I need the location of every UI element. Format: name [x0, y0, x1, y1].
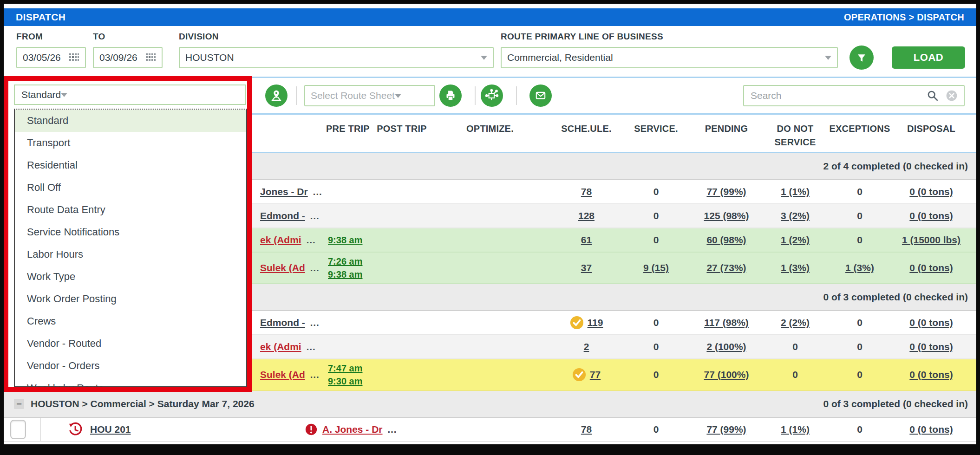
column-header[interactable]: EXCEPTIONS: [825, 115, 895, 152]
pending-count[interactable]: 77 (99%): [706, 424, 746, 435]
view-dropdown-option[interactable]: Service Notifications: [15, 221, 246, 243]
disposal-count[interactable]: 0 (0 tons): [909, 369, 953, 380]
column-header[interactable]: SCHE.ULE.: [548, 115, 625, 152]
chevron-down-icon: [481, 56, 487, 60]
division-value: HOUSTON: [185, 52, 481, 63]
scheduled-count[interactable]: 78: [581, 186, 592, 197]
chevron-down-icon: [395, 94, 401, 98]
pretrip-time-link[interactable]: 7:47 am: [328, 362, 363, 374]
column-header[interactable]: DISPOSAL: [895, 115, 968, 152]
view-select[interactable]: Standard: [14, 84, 246, 105]
scheduled-count[interactable]: 37: [581, 262, 592, 273]
driver-link[interactable]: Sulek (Ad: [260, 262, 305, 273]
service-count[interactable]: 9 (15): [643, 262, 669, 273]
column-header[interactable]: DO NOT SERVICE: [765, 115, 825, 152]
disposal-count[interactable]: 0 (0 tons): [909, 341, 953, 352]
disposal-count[interactable]: 0 (0 tons): [909, 186, 953, 197]
driver-link[interactable]: Jones - Dr: [260, 186, 308, 197]
do-not-service-count[interactable]: 1 (3%): [781, 262, 810, 273]
view-dropdown-option[interactable]: Route Data Entry: [15, 199, 246, 221]
pretrip-time-link[interactable]: 7:26 am: [328, 255, 363, 267]
email-button[interactable]: [529, 84, 552, 107]
search-icon[interactable]: [926, 89, 940, 103]
route-sheet-select[interactable]: Select Route Sheet: [304, 85, 435, 106]
do-not-service-count[interactable]: 1 (1%): [781, 424, 810, 435]
exceptions-count[interactable]: 1 (3%): [845, 262, 874, 273]
pending-count[interactable]: 60 (98%): [706, 234, 746, 246]
load-button[interactable]: LOAD: [892, 46, 965, 69]
pretrip-time-link[interactable]: 9:30 am: [328, 375, 363, 387]
filter-funnel-button[interactable]: [849, 46, 874, 70]
pretrip-time-link[interactable]: 9:38 am: [328, 234, 363, 246]
driver-link[interactable]: Sulek (Ad: [260, 369, 305, 380]
printer-icon: [443, 88, 458, 104]
driver-link[interactable]: ek (Admi: [260, 234, 301, 246]
exceptions-count: 0: [857, 424, 862, 435]
column-header[interactable]: PENDING: [687, 115, 765, 152]
pretrip-time-link[interactable]: 9:38 am: [328, 268, 363, 280]
scheduled-count[interactable]: 78: [581, 424, 592, 435]
view-dropdown-option[interactable]: Roll Off: [15, 176, 246, 199]
driver-link[interactable]: ek (Admi: [260, 341, 301, 352]
view-dropdown-option[interactable]: Labor Hours: [15, 243, 246, 266]
map-pin-button[interactable]: [265, 84, 287, 107]
exceptions-count: 0: [857, 369, 862, 380]
view-dropdown-option[interactable]: Work Type: [15, 266, 246, 288]
do-not-service-count[interactable]: 1 (2%): [781, 234, 810, 246]
pending-count[interactable]: 77 (100%): [704, 369, 749, 380]
from-date-input[interactable]: 03/05/26: [16, 47, 86, 68]
disposal-count[interactable]: 0 (0 tons): [909, 424, 953, 435]
pending-count[interactable]: 27 (73%): [706, 262, 746, 273]
group-header-row: −HOUSTON > Commercial > Saturday Mar 7, …: [4, 391, 976, 418]
route-map-button[interactable]: [481, 84, 503, 107]
collapse-icon[interactable]: −: [14, 399, 24, 409]
pending-count[interactable]: 77 (99%): [706, 186, 746, 197]
route-row[interactable]: HOU 201A. Jones - Dr…78077 (99%)1 (1%)00…: [4, 418, 976, 442]
view-dropdown-option[interactable]: Residential: [15, 154, 246, 176]
view-dropdown-option[interactable]: Vendor - Orders: [15, 355, 246, 377]
column-header[interactable]: SERVICE.: [625, 115, 687, 152]
do-not-service-count[interactable]: 1 (1%): [781, 186, 810, 197]
calendar-icon[interactable]: [68, 52, 79, 63]
page-title: DISPATCH: [16, 12, 65, 23]
scheduled-count[interactable]: 128: [578, 210, 595, 221]
view-dropdown-option[interactable]: Weekly by Route: [15, 377, 246, 387]
calendar-icon[interactable]: [145, 52, 156, 63]
scheduled-count[interactable]: 2: [584, 341, 589, 352]
view-dropdown-list: StandardTransportResidentialRoll OffRout…: [14, 109, 247, 387]
driver-link[interactable]: Edmond -: [260, 317, 305, 328]
print-button[interactable]: [439, 84, 462, 107]
view-dropdown-option[interactable]: Crews: [15, 310, 246, 332]
truncation-ellipsis: …: [310, 210, 320, 221]
search-input[interactable]: [750, 90, 920, 102]
division-select[interactable]: HOUSTON: [179, 47, 494, 68]
row-checkbox[interactable]: [10, 420, 26, 439]
view-dropdown-option[interactable]: Work Order Posting: [15, 288, 246, 310]
pending-count[interactable]: 2 (100%): [706, 341, 746, 352]
scheduled-count[interactable]: 119: [588, 317, 603, 328]
column-header[interactable]: PRE TRIP: [324, 115, 372, 152]
driver-link[interactable]: Edmond -: [260, 210, 305, 221]
clear-icon[interactable]: [945, 89, 958, 102]
do-not-service-count[interactable]: 2 (2%): [781, 317, 810, 328]
scheduled-count[interactable]: 61: [581, 234, 592, 246]
lob-select[interactable]: Commercial, Residential: [501, 47, 838, 68]
route-name-link[interactable]: HOU 201: [90, 424, 131, 435]
to-date-input[interactable]: 03/09/26: [93, 47, 163, 68]
view-dropdown-option[interactable]: Transport: [15, 132, 246, 154]
optimized-check-icon: [570, 316, 584, 330]
do-not-service-count: 0: [792, 341, 798, 352]
pending-count[interactable]: 125 (98%): [704, 210, 749, 221]
disposal-count[interactable]: 1 (15000 lbs): [902, 234, 960, 246]
pending-count[interactable]: 117 (98%): [704, 317, 749, 328]
column-header[interactable]: OPTIMIZE.: [432, 115, 548, 152]
scheduled-count[interactable]: 77: [590, 369, 601, 380]
column-header[interactable]: POST TRIP: [372, 115, 432, 152]
toolbar-divider: [475, 86, 476, 105]
disposal-count[interactable]: 0 (0 tons): [909, 210, 953, 221]
disposal-count[interactable]: 0 (0 tons): [909, 317, 953, 328]
disposal-count[interactable]: 0 (0 tons): [909, 262, 953, 273]
view-dropdown-option[interactable]: Vendor - Routed: [15, 332, 246, 355]
do-not-service-count[interactable]: 3 (2%): [781, 210, 810, 221]
view-dropdown-option[interactable]: Standard: [15, 110, 246, 132]
